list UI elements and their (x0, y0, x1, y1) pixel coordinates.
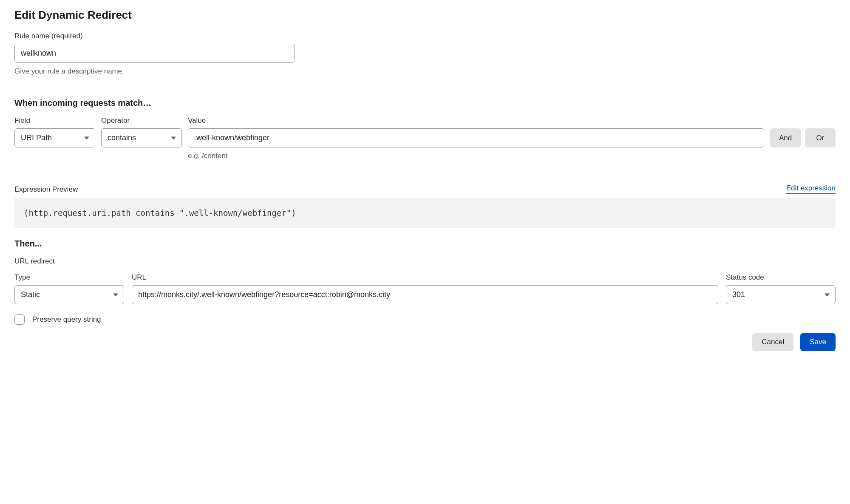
field-select-value: URI Path (14, 128, 95, 147)
url-label: URL (132, 273, 718, 282)
condition-row: Field URI Path Operator contains Value e… (14, 116, 836, 160)
rule-name-label: Rule name (required) (14, 32, 836, 40)
url-redirect-label: URL redirect (14, 257, 836, 266)
cancel-button[interactable]: Cancel (752, 333, 793, 351)
preserve-query-label: Preserve query string (32, 315, 101, 324)
conditions-heading: When incoming requests match… (14, 98, 836, 108)
redirect-row: Type Static URL Status code 301 (14, 273, 836, 304)
status-select-value: 301 (726, 285, 836, 304)
type-select[interactable]: Static (14, 285, 124, 304)
url-input[interactable] (132, 285, 718, 304)
divider (14, 87, 836, 87)
rule-name-input[interactable] (14, 44, 295, 63)
value-label: Value (188, 116, 764, 125)
operator-label: Operator (101, 116, 182, 125)
value-hint: e.g. /content (188, 152, 764, 160)
preserve-query-checkbox[interactable] (14, 314, 25, 325)
and-button[interactable]: And (770, 128, 801, 147)
rule-name-helper: Give your rule a descriptive name. (14, 67, 836, 76)
page-title: Edit Dynamic Redirect (14, 8, 836, 22)
field-label: Field (14, 116, 95, 125)
operator-select-value: contains (101, 128, 182, 147)
expression-preview-box: (http.request.uri.path contains ".well-k… (14, 198, 836, 228)
status-label: Status code (726, 273, 836, 282)
expression-preview-label: Expression Preview (14, 185, 78, 194)
operator-select[interactable]: contains (101, 128, 182, 147)
edit-expression-link[interactable]: Edit expression (786, 184, 836, 194)
save-button[interactable]: Save (800, 333, 836, 351)
then-heading: Then... (14, 239, 836, 249)
status-select[interactable]: 301 (726, 285, 836, 304)
field-select[interactable]: URI Path (14, 128, 95, 147)
type-label: Type (14, 273, 124, 282)
or-button[interactable]: Or (805, 128, 836, 147)
type-select-value: Static (14, 285, 124, 304)
value-input[interactable] (188, 128, 764, 147)
